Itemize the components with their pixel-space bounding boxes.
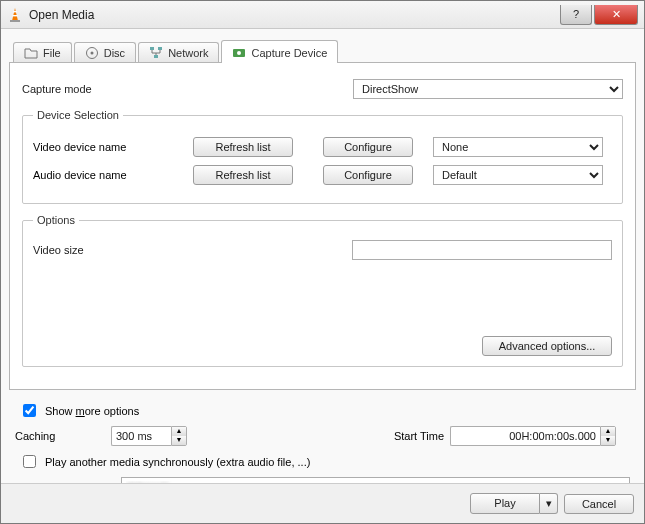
window-title: Open Media bbox=[29, 8, 560, 22]
advanced-options-button[interactable]: Advanced options... bbox=[482, 336, 612, 356]
svg-rect-8 bbox=[154, 55, 158, 58]
show-more-checkbox[interactable] bbox=[23, 404, 36, 417]
caching-down-icon[interactable]: ▼ bbox=[172, 436, 186, 445]
svg-rect-1 bbox=[10, 20, 20, 22]
svg-point-5 bbox=[90, 52, 93, 55]
svg-rect-3 bbox=[13, 15, 18, 16]
svg-rect-6 bbox=[150, 47, 154, 50]
device-selection-group: Device Selection Video device name Refre… bbox=[22, 109, 623, 204]
capture-mode-select[interactable]: DirectShow bbox=[353, 79, 623, 99]
close-button[interactable]: ✕ bbox=[594, 5, 638, 25]
svg-point-10 bbox=[237, 51, 241, 55]
capture-mode-row: Capture mode DirectShow bbox=[22, 79, 623, 99]
play-another-checkbox[interactable] bbox=[23, 455, 36, 468]
caching-up-icon[interactable]: ▲ bbox=[172, 427, 186, 436]
audio-device-label: Audio device name bbox=[33, 169, 193, 181]
tab-disc-label: Disc bbox=[104, 47, 125, 59]
dialog-footer: Play ▾ Cancel bbox=[1, 483, 644, 523]
audio-device-select[interactable]: Default bbox=[433, 165, 603, 185]
play-dropdown-button[interactable]: ▾ bbox=[540, 493, 558, 514]
caching-label: Caching bbox=[15, 430, 105, 442]
options-group: Options Video size Advanced options... bbox=[22, 214, 623, 367]
video-size-input[interactable] bbox=[352, 240, 612, 260]
video-refresh-button[interactable]: Refresh list bbox=[193, 137, 293, 157]
caching-input[interactable] bbox=[111, 426, 171, 446]
tab-network-label: Network bbox=[168, 47, 208, 59]
video-size-row: Video size bbox=[33, 240, 612, 260]
play-another-label: Play another media synchronously (extra … bbox=[45, 456, 310, 468]
titlebar: Open Media ? ✕ bbox=[1, 1, 644, 29]
starttime-spinner[interactable]: ▲ ▼ bbox=[450, 426, 630, 446]
tab-network[interactable]: Network bbox=[138, 42, 219, 63]
starttime-input[interactable] bbox=[450, 426, 600, 446]
options-legend: Options bbox=[33, 214, 79, 226]
audio-device-row: Audio device name Refresh list Configure… bbox=[33, 165, 612, 185]
tab-capture-device[interactable]: Capture Device bbox=[221, 40, 338, 63]
play-button[interactable]: Play bbox=[470, 493, 540, 514]
svg-rect-2 bbox=[13, 11, 17, 12]
starttime-down-icon[interactable]: ▼ bbox=[601, 436, 615, 445]
help-button[interactable]: ? bbox=[560, 5, 592, 25]
tab-file-label: File bbox=[43, 47, 61, 59]
dialog-body: File Disc Network Capture Device Capture… bbox=[1, 29, 644, 483]
video-device-select[interactable]: None bbox=[433, 137, 603, 157]
capture-panel: Capture mode DirectShow Device Selection… bbox=[9, 62, 636, 390]
play-split-button: Play ▾ bbox=[470, 493, 558, 514]
folder-icon bbox=[24, 46, 38, 60]
network-icon bbox=[149, 46, 163, 60]
video-configure-button[interactable]: Configure bbox=[323, 137, 413, 157]
vlc-cone-icon bbox=[7, 7, 23, 23]
audio-refresh-button[interactable]: Refresh list bbox=[193, 165, 293, 185]
svg-rect-7 bbox=[158, 47, 162, 50]
capture-mode-label: Capture mode bbox=[22, 83, 132, 95]
more-options-area: Show more options Caching ▲ ▼ Start Time… bbox=[9, 391, 636, 483]
video-device-row: Video device name Refresh list Configure… bbox=[33, 137, 612, 157]
window-controls: ? ✕ bbox=[560, 5, 638, 25]
show-more-label: Show more options bbox=[45, 405, 139, 417]
tab-disc[interactable]: Disc bbox=[74, 42, 136, 63]
show-more-row: Show more options bbox=[19, 401, 626, 420]
starttime-label: Start Time bbox=[364, 430, 444, 442]
device-selection-legend: Device Selection bbox=[33, 109, 123, 121]
starttime-spin-buttons: ▲ ▼ bbox=[600, 426, 616, 446]
chevron-down-icon: ▾ bbox=[546, 497, 552, 509]
video-device-label: Video device name bbox=[33, 141, 193, 153]
advanced-row: Advanced options... bbox=[33, 336, 612, 356]
video-size-label: Video size bbox=[33, 244, 143, 256]
tab-file[interactable]: File bbox=[13, 42, 72, 63]
capture-icon bbox=[232, 46, 246, 60]
audio-configure-button[interactable]: Configure bbox=[323, 165, 413, 185]
caching-spinner[interactable]: ▲ ▼ bbox=[111, 426, 211, 446]
play-another-row: Play another media synchronously (extra … bbox=[19, 452, 626, 471]
tab-bar: File Disc Network Capture Device bbox=[13, 39, 636, 63]
starttime-up-icon[interactable]: ▲ bbox=[601, 427, 615, 436]
open-media-dialog: Open Media ? ✕ File Disc Network Capture… bbox=[0, 0, 645, 524]
disc-icon bbox=[85, 46, 99, 60]
svg-marker-0 bbox=[12, 8, 18, 21]
cancel-button[interactable]: Cancel bbox=[564, 494, 634, 514]
tab-capture-label: Capture Device bbox=[251, 47, 327, 59]
caching-spin-buttons: ▲ ▼ bbox=[171, 426, 187, 446]
caching-starttime-row: Caching ▲ ▼ Start Time ▲ ▼ bbox=[15, 426, 630, 446]
